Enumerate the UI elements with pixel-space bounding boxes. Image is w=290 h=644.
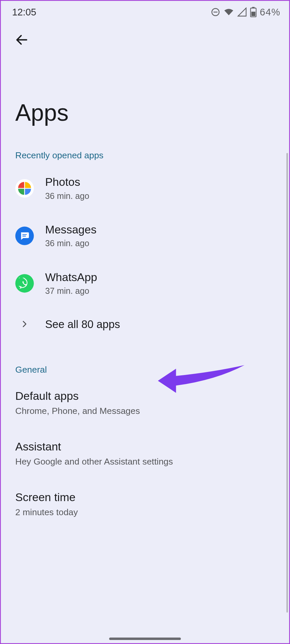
app-item-messages[interactable]: Messages 36 min. ago xyxy=(1,212,289,260)
whatsapp-icon xyxy=(15,274,34,292)
app-item-whatsapp[interactable]: WhatsApp 37 min. ago xyxy=(1,260,289,307)
app-item-title: WhatsApp xyxy=(45,271,97,284)
app-item-subtitle: 36 min. ago xyxy=(45,191,89,201)
gesture-bar xyxy=(109,638,181,640)
page-title: Apps xyxy=(1,51,289,134)
toolbar xyxy=(1,22,289,51)
battery-icon xyxy=(250,7,256,17)
general-item-title: Screen time xyxy=(15,491,275,504)
section-header-general: General xyxy=(1,342,289,379)
general-item-subtitle: 2 minutes today xyxy=(15,507,275,518)
general-item-subtitle: Chrome, Phone, and Messages xyxy=(15,406,275,416)
do-not-disturb-icon xyxy=(211,7,221,17)
general-item-title: Assistant xyxy=(15,440,275,453)
see-all-label: See all 80 apps xyxy=(45,318,120,331)
scroll-indicator xyxy=(286,153,288,612)
general-item-subtitle: Hey Google and other Assistant settings xyxy=(15,457,275,467)
general-item-screen-time[interactable]: Screen time 2 minutes today xyxy=(1,477,289,528)
clock-text: 12:05 xyxy=(12,6,36,18)
chevron-right-icon xyxy=(20,320,29,329)
app-item-subtitle: 36 min. ago xyxy=(45,239,96,249)
svg-rect-4 xyxy=(251,12,255,16)
photos-icon xyxy=(15,179,34,198)
back-button[interactable] xyxy=(11,30,32,51)
status-bar: 12:05 64% xyxy=(1,1,289,21)
app-item-photos[interactable]: Photos 36 min. ago xyxy=(1,165,289,212)
general-item-assistant[interactable]: Assistant Hey Google and other Assistant… xyxy=(1,427,289,477)
messages-icon xyxy=(15,227,34,245)
battery-percent: 64% xyxy=(260,6,280,18)
arrow-left-icon xyxy=(14,33,29,48)
see-all-apps-button[interactable]: See all 80 apps xyxy=(1,307,289,342)
general-item-title: Default apps xyxy=(15,390,275,402)
app-item-subtitle: 37 min. ago xyxy=(45,286,97,296)
app-item-title: Photos xyxy=(45,176,89,189)
app-item-title: Messages xyxy=(45,223,96,236)
status-icons: 64% xyxy=(211,6,281,18)
section-header-recent: Recently opened apps xyxy=(1,134,289,165)
cutoff-item: Unused apps xyxy=(1,528,289,542)
wifi-icon xyxy=(224,7,234,17)
cellular-signal-icon xyxy=(237,7,247,17)
general-item-default-apps[interactable]: Default apps Chrome, Phone, and Messages xyxy=(1,379,289,427)
